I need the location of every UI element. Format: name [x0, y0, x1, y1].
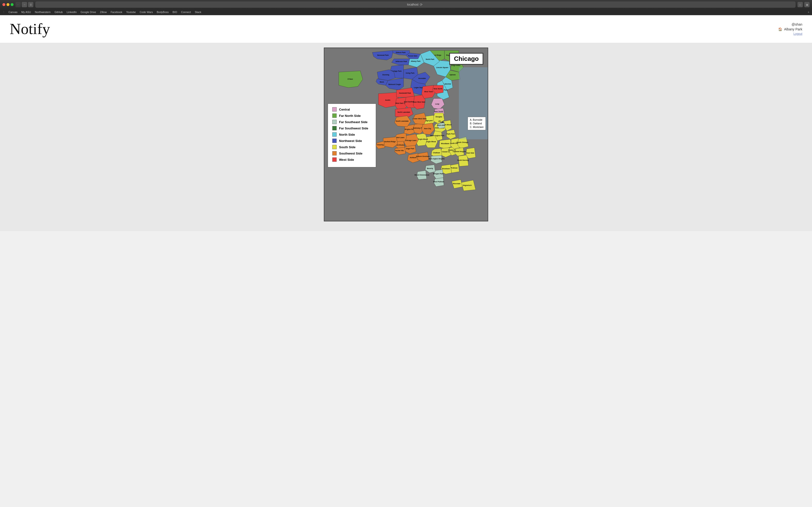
bookmark-youtube[interactable]: Youtube [125, 10, 137, 14]
bookmark-connect[interactable]: Connect [180, 10, 192, 14]
bookmark-canvas[interactable]: Canvas [7, 10, 19, 14]
page-content: Notify @shan 🏠 Albany Park Logout Chicag… [0, 15, 812, 231]
browser-navigation: ← → ☰ [15, 2, 33, 7]
bookmark-github[interactable]: GitHub [53, 10, 64, 14]
bookmarks-bar: ⋮ Canvas My ASU Northwestern GitHub Link… [0, 9, 812, 15]
reader-button[interactable]: ☰ [28, 2, 33, 7]
browser-right-controls: □ ▣ [798, 2, 810, 7]
share-button[interactable]: □ [798, 2, 803, 7]
legend-item-northwest: Northwest Side [332, 138, 371, 143]
svg-marker-113 [434, 178, 444, 187]
svg-marker-141 [418, 152, 429, 162]
legend-color-far-southeast [332, 120, 337, 124]
svg-marker-99 [466, 148, 476, 159]
svg-marker-143 [437, 122, 445, 128]
legend-item-far-north: Far North Side [332, 113, 371, 118]
forward-button[interactable]: → [22, 2, 27, 7]
legend-label-far-southwest: Far Southwest Side [339, 126, 368, 130]
username-display: @shan [778, 22, 802, 26]
legend-item-central: Central [332, 107, 371, 112]
maximize-button[interactable] [11, 3, 13, 6]
close-button[interactable] [2, 3, 5, 6]
url-display: localhost [407, 3, 418, 6]
bookmarks-icon: ⋮ [2, 11, 5, 14]
map-container: Chicago Central Far North Side Far South… [0, 43, 812, 231]
bookmark-bio[interactable]: BIO [171, 10, 179, 14]
home-icon: 🏠 [778, 27, 782, 31]
reload-button[interactable]: ⟳ [418, 2, 424, 7]
legend-label-central: Central [339, 108, 350, 111]
map-legend: Central Far North Side Far Southeast Sid… [328, 104, 376, 167]
legend-label-north: North Side [339, 133, 355, 136]
svg-marker-137 [394, 116, 411, 127]
legend-color-far-southwest [332, 126, 337, 130]
bookmark-zillow[interactable]: Zillow [99, 10, 108, 14]
bookmark-slack[interactable]: Slack [193, 10, 203, 14]
bookmark-myasu[interactable]: My ASU [20, 10, 33, 14]
map-wrapper: Chicago Central Far North Side Far South… [324, 48, 488, 221]
legend-label-southwest: Southwest Side [339, 152, 362, 155]
burnside-c: C. Montclare [470, 125, 484, 129]
legend-label-west: West Side [339, 158, 354, 162]
back-button[interactable]: ← [15, 2, 21, 7]
burnside-b: B. Oakland [470, 122, 484, 125]
legend-label-far-southeast: Far Southeast Side [339, 120, 367, 124]
legend-color-west [332, 157, 337, 162]
legend-color-northwest [332, 138, 337, 143]
legend-label-far-north: Far North Side [339, 114, 361, 118]
legend-color-south [332, 145, 337, 149]
page-header: Notify @shan 🏠 Albany Park Logout [0, 15, 812, 43]
browser-chrome: ← → ☰ localhost ⟳ □ ▣ [0, 0, 812, 9]
logout-link[interactable]: Logout [778, 32, 802, 36]
user-location: 🏠 Albany Park [778, 27, 802, 31]
address-bar[interactable]: localhost ⟳ [35, 1, 796, 8]
add-bookmark-button[interactable]: + [808, 10, 810, 14]
svg-marker-77 [425, 136, 438, 148]
svg-marker-97 [458, 155, 469, 167]
legend-item-south: South Side [332, 145, 371, 149]
bookmark-northwestern[interactable]: Northwestern [33, 10, 52, 14]
bookmark-bodyboss[interactable]: BodyBoss [155, 10, 170, 14]
legend-color-southwest [332, 151, 337, 156]
legend-item-far-southwest: Far Southwest Side [332, 126, 371, 130]
svg-marker-95 [451, 164, 459, 173]
legend-item-southwest: Southwest Side [332, 151, 371, 156]
bookmark-facebook[interactable]: Facebook [109, 10, 124, 14]
legend-item-west: West Side [332, 157, 371, 162]
legend-label-northwest: Northwest Side [339, 139, 362, 143]
bookmark-googledrive[interactable]: Google Drive [79, 10, 97, 14]
burnside-a: A. Burnside [470, 118, 484, 122]
minimize-button[interactable] [6, 3, 9, 6]
legend-item-far-southeast: Far Southeast Side [332, 120, 371, 124]
bookmark-codewars[interactable]: Code Wars [138, 10, 154, 14]
legend-item-north: North Side [332, 132, 371, 137]
tabs-button[interactable]: ▣ [804, 2, 810, 7]
legend-color-far-north [332, 113, 337, 118]
bookmark-linkedin[interactable]: LinkedIn [65, 10, 78, 14]
window-controls [2, 3, 13, 6]
user-info: @shan 🏠 Albany Park Logout [778, 20, 802, 36]
app-title: Notify [10, 20, 50, 38]
legend-color-north [332, 132, 337, 137]
legend-label-south: South Side [339, 145, 355, 149]
burnside-label-box: A. Burnside B. Oakland C. Montclare [468, 117, 486, 130]
chicago-title: Chicago [449, 53, 483, 65]
svg-marker-111 [417, 170, 427, 180]
legend-color-central [332, 107, 337, 112]
